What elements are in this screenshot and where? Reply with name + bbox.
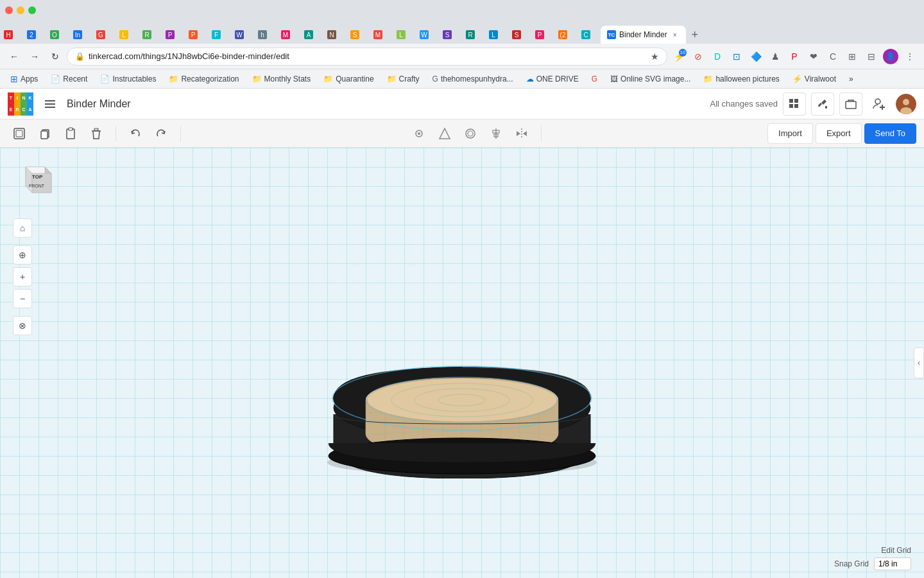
perspective-btn[interactable]: ⊗	[13, 316, 32, 335]
bookmark-instructables-label: Instructables	[112, 74, 156, 83]
tab-item[interactable]: S	[439, 26, 462, 44]
tinkercad-logo[interactable]: T I N K E R C A	[8, 92, 33, 116]
tab-item[interactable]: L	[116, 26, 139, 44]
bookmark-halloween[interactable]: 📁 halloween pictures	[698, 73, 784, 85]
tab-item[interactable]: W	[231, 26, 254, 44]
bookmark-recent[interactable]: 📄 Recent	[46, 73, 92, 85]
projects-btn[interactable]	[839, 92, 862, 116]
tab-item[interactable]: (2	[554, 26, 578, 44]
tab-item[interactable]: N	[323, 26, 346, 44]
adblock-icon[interactable]: ⊘	[689, 48, 707, 66]
tab-item[interactable]: P	[185, 26, 208, 44]
tab-item[interactable]: F	[208, 26, 231, 44]
tab-item[interactable]: P	[531, 26, 554, 44]
outlook-icon[interactable]: ⊡	[728, 48, 746, 66]
avatar-image	[896, 94, 916, 114]
tab-item[interactable]: 2	[23, 26, 46, 44]
new-tab-btn[interactable]: +	[686, 26, 704, 44]
tab-item[interactable]: W	[416, 26, 439, 44]
bookmark-instructables[interactable]: 📄 Instructables	[95, 73, 161, 85]
grid-view-btn[interactable]	[783, 92, 806, 116]
bookmark-homespun[interactable]: G thehomespunhydra...	[427, 73, 518, 85]
bookmark-crafty[interactable]: 📁 Crafty	[382, 73, 425, 85]
bookmark-recategorization[interactable]: 📁 Recategorization	[164, 73, 244, 85]
shape-tool-btn[interactable]	[433, 122, 456, 145]
forward-btn[interactable]: →	[26, 48, 44, 66]
align-tool-btn[interactable]	[484, 122, 508, 145]
tab-item[interactable]: A	[300, 26, 323, 44]
maximize-os-btn[interactable]	[28, 6, 36, 14]
bookmark-apps[interactable]: ⊞ Apps	[5, 72, 43, 86]
tab-item[interactable]: R	[139, 26, 162, 44]
bookmark-viralwoot[interactable]: ⚡ Viralwoot	[787, 73, 841, 85]
copy-tool-btn[interactable]	[33, 122, 56, 145]
dashlane-icon[interactable]: D	[708, 48, 726, 66]
ext-icon-5[interactable]: ❤	[805, 48, 823, 66]
menu-icon[interactable]: ⋮	[901, 48, 919, 66]
hamburger-menu-btn[interactable]	[40, 94, 60, 114]
tab-item[interactable]: L	[393, 26, 416, 44]
zoom-out-btn[interactable]: −	[13, 289, 32, 308]
select-tool-btn[interactable]	[8, 122, 31, 145]
tab-item[interactable]: P	[162, 26, 185, 44]
ext-icon-4[interactable]: 🔷	[747, 48, 765, 66]
tab-item[interactable]: S	[508, 26, 531, 44]
viewport-controls: ⌂ ⊕ + − ⊗	[13, 218, 32, 335]
export-btn[interactable]: Export	[816, 123, 862, 144]
extensions-icon[interactable]: ⚡ 10	[670, 48, 688, 66]
send-to-btn[interactable]: Send To	[864, 123, 916, 144]
edit-grid-btn[interactable]: Edit Grid	[881, 546, 911, 555]
bookmark-more[interactable]: »	[844, 73, 859, 85]
bookmark-svg[interactable]: 🖼 Online SVG image...	[605, 73, 696, 85]
ext-icon-7[interactable]: ⊟	[862, 48, 880, 66]
bookmark-monthly-stats[interactable]: 📁 Monthly Stats	[247, 73, 316, 85]
tab-item[interactable]: S	[346, 26, 370, 44]
tab-item[interactable]: H	[0, 26, 23, 44]
bookmark-g[interactable]: G	[586, 73, 603, 85]
view-cube[interactable]: TOP FRONT	[13, 161, 58, 206]
zoom-in-btn[interactable]: +	[13, 267, 32, 286]
reload-btn[interactable]: ↻	[46, 48, 64, 66]
snap-grid-select[interactable]: 1/8 in 1/4 in 1/2 in 1 in	[874, 557, 911, 570]
tab-tinkercad[interactable]: TC Binder Minder ×	[601, 26, 686, 44]
close-os-btn[interactable]	[5, 6, 13, 14]
add-user-btn[interactable]	[868, 92, 891, 116]
paste-tool-btn[interactable]	[59, 122, 82, 145]
screenshare-icon[interactable]: ⊞	[843, 48, 861, 66]
bookmark-svg-label: Online SVG image...	[620, 74, 690, 83]
user-avatar[interactable]	[896, 94, 916, 114]
tab-item[interactable]: G	[92, 26, 116, 44]
tab-item[interactable]: R	[462, 26, 485, 44]
tab-item[interactable]: h	[254, 26, 277, 44]
light-tool-btn[interactable]	[407, 122, 431, 145]
fit-view-btn[interactable]: ⊕	[13, 245, 32, 265]
delete-tool-btn[interactable]	[85, 122, 108, 145]
tab-close-btn[interactable]: ×	[671, 30, 680, 39]
tab-item[interactable]: M	[277, 26, 300, 44]
mirror-tool-btn[interactable]	[510, 122, 533, 145]
tab-item[interactable]: M	[370, 26, 393, 44]
tab-item[interactable]: C	[578, 26, 601, 44]
bookmark-quarantine[interactable]: 📁 Quarantine	[318, 73, 379, 85]
group-tool-btn[interactable]	[459, 122, 482, 145]
chess-icon[interactable]: ♟	[766, 48, 784, 66]
tab-item[interactable]: L	[485, 26, 508, 44]
svg-rect-22	[94, 128, 98, 130]
minimize-os-btn[interactable]	[17, 6, 24, 14]
profile-icon[interactable]: 👤	[882, 48, 900, 66]
tab-item[interactable]: In	[69, 26, 92, 44]
redo-tool-btn[interactable]	[150, 122, 173, 145]
tc-viewport[interactable]: TOP FRONT ⌂ ⊕ + −	[0, 148, 924, 578]
bookmark-onedrive[interactable]: ☁ ONE DRIVE	[521, 73, 584, 85]
tab-item[interactable]: O	[46, 26, 69, 44]
right-panel-toggle[interactable]: ‹	[914, 347, 924, 378]
address-bar[interactable]: 🔒 tinkercad.com/things/1NJh8wbCi6e-binde…	[67, 48, 667, 66]
undo-tool-btn[interactable]	[124, 122, 147, 145]
pinterest-icon[interactable]: P	[785, 48, 803, 66]
import-btn[interactable]: Import	[767, 123, 813, 144]
tools-btn[interactable]	[811, 92, 834, 116]
ext-icon-6[interactable]: C	[824, 48, 842, 66]
bookmark-star-icon[interactable]: ★	[651, 51, 659, 62]
home-view-btn[interactable]: ⌂	[13, 218, 32, 238]
back-btn[interactable]: ←	[5, 48, 23, 66]
